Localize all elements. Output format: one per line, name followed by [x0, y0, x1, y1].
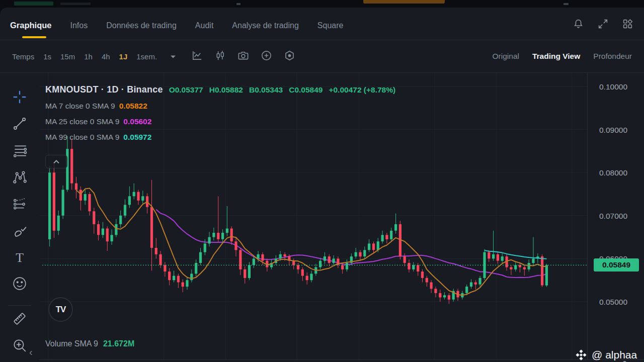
ticker-fragment	[363, 0, 445, 4]
fullscreen-icon[interactable]	[598, 19, 608, 29]
ma7-legend-row[interactable]: MA 7 close 0 SMA 90.05822	[45, 102, 395, 111]
ticker-fragment	[60, 3, 91, 5]
add-indicator-icon[interactable]	[261, 50, 272, 63]
tab-square[interactable]: Square	[317, 21, 344, 30]
tab-audit[interactable]: Audit	[195, 21, 213, 30]
volume-label: Volume SMA 9	[45, 339, 98, 348]
trading-page: Graphique Infos Données de trading Audit…	[0, 0, 644, 362]
ma25-label: MA 25 close 0 SMA 9	[45, 117, 119, 126]
price-tick-label: 0.07000	[599, 212, 627, 221]
tradingview-logo[interactable]: TV	[48, 297, 73, 322]
interval-chart-icon[interactable]	[191, 50, 203, 63]
svg-text:T: T	[16, 250, 24, 264]
view-profondeur[interactable]: Profondeur	[593, 52, 632, 61]
emoji-tool-icon[interactable]	[9, 273, 30, 294]
tab-infos[interactable]: Infos	[70, 21, 88, 30]
price-tick-label: 0.10000	[599, 82, 627, 92]
rail-collapse-chevron-icon[interactable]: ‹	[29, 346, 33, 358]
price-axis[interactable]: 0.100000.090000.080000.070000.060000.050…	[587, 73, 644, 359]
active-tab-underline	[22, 36, 46, 38]
volume-legend[interactable]: Volume SMA 921.672M	[45, 339, 134, 348]
interval-4h[interactable]: 4h	[102, 52, 110, 61]
price-tick-label: 0.09000	[599, 126, 627, 135]
ma7-label: MA 7 close 0 SMA 9	[45, 102, 115, 110]
rail-divider	[8, 305, 31, 306]
chart-panel: Graphique Infos Données de trading Audit…	[0, 8, 644, 362]
time-label: Temps	[12, 52, 34, 61]
cropped-ticker-strip	[0, 0, 644, 8]
chart-toolbar: Temps 1s 15m 1h 4h 1J 1sem. Original Tra…	[0, 40, 644, 73]
time-axis[interactable]: 6Juin15Juill15Août15Sept	[39, 359, 644, 362]
ohlc-low: B0.05343	[249, 85, 283, 95]
fib-retracement-tool-icon[interactable]	[9, 140, 30, 161]
settings-gear-icon[interactable]	[619, 360, 630, 362]
text-tool-icon[interactable]: T	[9, 246, 30, 267]
binance-logo-icon	[575, 348, 588, 361]
ma99-legend-row[interactable]: MA 99 close 0 SMA 90.05972	[45, 133, 395, 142]
bell-icon[interactable]	[573, 19, 584, 29]
camera-icon[interactable]	[237, 50, 249, 63]
trend-line-tool-icon[interactable]	[9, 113, 30, 134]
price-tick-label: 0.05000	[599, 298, 627, 307]
drawing-tool-rail: T	[0, 73, 39, 362]
chart-settings-icon[interactable]	[284, 50, 295, 63]
candle-style-icon[interactable]	[214, 50, 226, 63]
volume-value: 21.672M	[103, 339, 134, 348]
toolbar-icons	[191, 50, 295, 63]
tab-bar: Graphique Infos Données de trading Audit…	[0, 11, 644, 40]
ohlc-close: C0.05849	[289, 85, 323, 95]
price-tick-label: 0.08000	[599, 168, 627, 177]
view-original[interactable]: Original	[493, 52, 519, 61]
watermark-handle: @ alphaa	[592, 349, 637, 361]
ma-line	[156, 210, 546, 278]
tab-donnees-de-trading[interactable]: Données de trading	[106, 21, 177, 30]
forecast-tool-icon[interactable]	[9, 193, 30, 214]
brush-tool-icon[interactable]	[9, 220, 30, 241]
ohlc-open: O0.05377	[169, 85, 203, 95]
interval-1h[interactable]: 1h	[84, 52, 93, 61]
view-trading-view[interactable]: Trading View	[532, 52, 580, 61]
view-mode-switch: Original Trading View Profondeur	[493, 52, 632, 61]
interval-1sem[interactable]: 1sem.	[136, 52, 157, 61]
apps-grid-icon[interactable]	[622, 19, 633, 29]
candles-layer	[48, 136, 548, 304]
xabcd-pattern-tool-icon[interactable]	[9, 166, 30, 188]
ma25-value: 0.05602	[123, 117, 151, 126]
tab-graphique[interactable]: Graphique	[10, 21, 52, 30]
ticker-fragment	[564, 3, 569, 5]
crosshair-tool-icon[interactable]	[9, 86, 30, 108]
ohlc-high: H0.05882	[209, 85, 243, 95]
tab-analyse-de-trading[interactable]: Analyse de trading	[232, 21, 299, 30]
chart-legend: KMNOUSDT · 1D · Binance O0.05377 H0.0588…	[45, 84, 395, 142]
interval-dropdown-caret-icon[interactable]	[170, 52, 176, 61]
header-icons	[573, 19, 633, 29]
ma99-label: MA 99 close 0 SMA 9	[45, 133, 119, 141]
symbol-title[interactable]: KMNOUSDT · 1D · Binance	[45, 84, 163, 95]
ma99-value: 0.05972	[123, 133, 151, 141]
ma25-legend-row[interactable]: MA 25 close 0 SMA 90.05602	[45, 117, 395, 126]
ohlc-change: +0.00472 (+8.78%)	[329, 85, 395, 95]
ticker-fragment	[14, 2, 53, 6]
zoom-in-tool-icon[interactable]	[9, 335, 30, 356]
interval-1s[interactable]: 1s	[43, 52, 51, 61]
interval-15m[interactable]: 15m	[60, 52, 75, 61]
interval-1j[interactable]: 1J	[119, 52, 128, 61]
legend-collapse-button[interactable]	[45, 155, 67, 168]
ruler-tool-icon[interactable]	[9, 308, 30, 329]
tradingview-logo-glyph: TV	[56, 305, 66, 315]
ticker-fragment	[236, 3, 240, 5]
ma7-value: 0.05822	[119, 102, 147, 110]
interval-selector: Temps 1s 15m 1h 4h 1J 1sem.	[0, 52, 176, 61]
last-price-label: 0.05849	[594, 258, 639, 272]
